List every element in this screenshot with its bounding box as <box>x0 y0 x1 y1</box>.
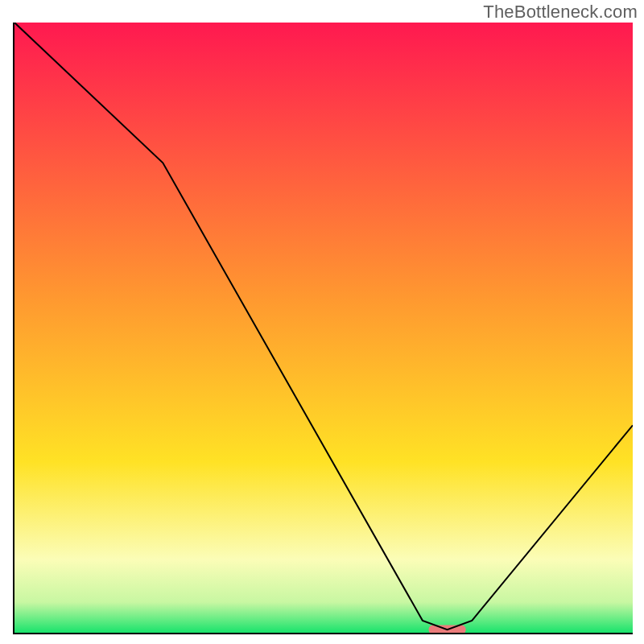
chart-stage: TheBottleneck.com <box>0 0 644 644</box>
watermark-text: TheBottleneck.com <box>483 2 638 23</box>
plot-svg <box>14 23 633 633</box>
plot-area <box>13 23 633 634</box>
gradient-background <box>14 23 633 633</box>
